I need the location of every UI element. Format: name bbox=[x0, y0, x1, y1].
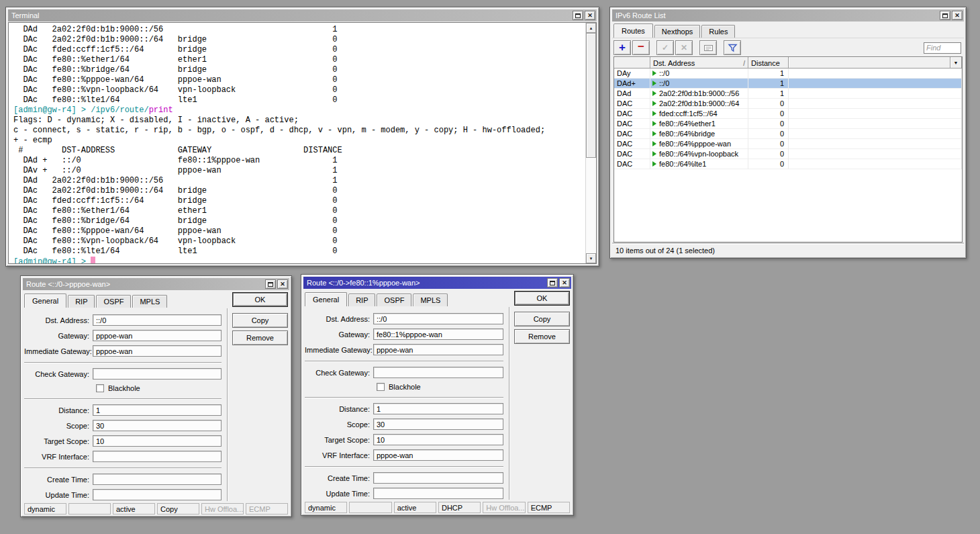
dialog-tabs: GeneralRIPOSPFMPLS bbox=[24, 292, 228, 308]
tab-nexthops[interactable]: Nexthops bbox=[654, 25, 700, 38]
create-time-field[interactable] bbox=[373, 472, 503, 484]
scroll-thumb[interactable] bbox=[586, 33, 596, 158]
remove-button[interactable]: Remove bbox=[514, 329, 570, 344]
distance-field[interactable]: 1 bbox=[93, 404, 222, 416]
target-scope-field[interactable]: 10 bbox=[373, 434, 503, 445]
find-input[interactable] bbox=[924, 42, 961, 54]
immediate-gateway-field[interactable]: pppoe-wan bbox=[373, 344, 503, 355]
filter-button[interactable] bbox=[724, 40, 741, 55]
terminal-output[interactable]: DAd 2a02:2f0d:b1b:9000::/56 1 DAc 2a02:2… bbox=[9, 23, 585, 263]
terminal-line: DAc fe80::%pppoe-wan/64 pppoe-wan 0 bbox=[13, 226, 585, 236]
close-icon: ✕ bbox=[587, 13, 593, 19]
tab-rip[interactable]: RIP bbox=[348, 294, 375, 306]
field-label: Create Time: bbox=[305, 474, 373, 482]
table-row[interactable]: DAd2a02:2f0d:b1b:9000::/561 bbox=[614, 89, 962, 99]
field-label: Immediate Gateway: bbox=[24, 347, 93, 355]
scroll-down-button[interactable]: ▼ bbox=[586, 253, 596, 263]
dialog-buttons: OKCopyRemove bbox=[509, 291, 570, 500]
field-label: Update Time: bbox=[24, 491, 93, 499]
tab-mpls[interactable]: MPLS bbox=[413, 294, 448, 306]
maximize-button[interactable] bbox=[547, 278, 558, 287]
dialog-titlebar[interactable]: Route <::/0->pppoe-wan> ✕ bbox=[23, 278, 289, 290]
maximize-button[interactable] bbox=[940, 11, 950, 20]
ok-button[interactable]: OK bbox=[514, 291, 570, 306]
close-button[interactable]: ✕ bbox=[952, 11, 963, 20]
tab-ospf[interactable]: OSPF bbox=[377, 294, 411, 306]
dst-address-field[interactable]: ::/0 bbox=[93, 314, 222, 326]
maximize-button[interactable] bbox=[265, 279, 276, 289]
maximize-button[interactable] bbox=[573, 11, 583, 20]
status-text: 10 items out of 24 (1 selected) bbox=[616, 247, 715, 255]
comment-button[interactable] bbox=[699, 40, 717, 55]
target-scope-field[interactable]: 10 bbox=[93, 435, 222, 447]
table-row[interactable]: DAd+::/01 bbox=[614, 79, 962, 89]
check-gateway-field[interactable] bbox=[93, 368, 222, 380]
add-button[interactable]: + bbox=[614, 40, 631, 55]
terminal-line: DAc fe80::%ether1/64 ether1 0 bbox=[13, 55, 585, 65]
scroll-up-button[interactable]: ▲ bbox=[586, 23, 596, 33]
table-row[interactable]: DACfe80::/64%vpn-loopback0 bbox=[614, 149, 962, 159]
immediate-gateway-field[interactable]: pppoe-wan bbox=[93, 345, 222, 357]
create-time-field[interactable] bbox=[93, 474, 222, 485]
column-header-dst-address[interactable]: Dst. Address/ bbox=[650, 57, 748, 69]
tab-general[interactable]: General bbox=[305, 292, 347, 306]
copy-button[interactable]: Copy bbox=[514, 312, 570, 326]
tab-rip[interactable]: RIP bbox=[68, 295, 95, 308]
field-label: Immediate Gateway: bbox=[305, 346, 373, 354]
close-button[interactable]: ✕ bbox=[277, 279, 288, 289]
check-gateway-field[interactable] bbox=[373, 367, 503, 378]
table-row[interactable]: DACfe80::/64%pppoe-wan0 bbox=[614, 139, 962, 149]
gateway-field[interactable]: pppoe-wan bbox=[93, 330, 222, 341]
table-row[interactable]: DAy::/01 bbox=[614, 69, 962, 79]
tab-general[interactable]: General bbox=[24, 294, 66, 308]
blackhole-row: Blackhole bbox=[96, 382, 222, 395]
terminal-titlebar[interactable]: Terminal ✕ bbox=[8, 9, 597, 21]
vrf-interface-field[interactable]: pppoe-wan bbox=[373, 449, 503, 461]
column-header-flags[interactable] bbox=[614, 57, 650, 69]
gateway-field[interactable]: fe80::1%pppoe-wan bbox=[373, 328, 503, 340]
tab-ospf[interactable]: OSPF bbox=[96, 295, 131, 308]
table-row[interactable]: DACfded:ccff:1cf5::/640 bbox=[614, 109, 962, 119]
terminal-command-path: /ipv6/route/ bbox=[91, 105, 148, 115]
blackhole-checkbox[interactable] bbox=[377, 383, 385, 391]
dst-address-field[interactable]: ::/0 bbox=[373, 313, 503, 324]
status-cell: Hw Offloa... bbox=[201, 503, 244, 515]
close-button[interactable]: ✕ bbox=[559, 278, 570, 287]
route-list-titlebar[interactable]: IPv6 Route List ✕ bbox=[612, 9, 964, 21]
table-row[interactable]: DAC2a02:2f0d:b1b:9000::/640 bbox=[614, 99, 962, 109]
terminal-client[interactable]: DAd 2a02:2f0d:b1b:9000::/56 1 DAc 2a02:2… bbox=[8, 22, 597, 264]
distance-field[interactable]: 1 bbox=[373, 403, 503, 414]
table-row[interactable]: DACfe80::/64%bridge0 bbox=[614, 129, 962, 139]
blackhole-checkbox[interactable] bbox=[96, 384, 104, 392]
table-row[interactable]: DACfe80::/64%ether10 bbox=[614, 119, 962, 129]
scroll-track[interactable] bbox=[586, 158, 596, 253]
remove-button[interactable]: Remove bbox=[232, 330, 288, 345]
terminal-scrollbar[interactable]: ▲ ▼ bbox=[585, 23, 596, 263]
enable-button[interactable]: ✓ bbox=[656, 40, 674, 55]
row-dst-address: fe80::/64%bridge bbox=[650, 129, 748, 139]
ok-button[interactable]: OK bbox=[232, 292, 288, 307]
close-icon: ✕ bbox=[280, 281, 285, 287]
remove-button[interactable]: − bbox=[632, 40, 650, 55]
table-row[interactable]: DACfe80::/64%lte10 bbox=[614, 159, 962, 169]
status-cell: ECMP bbox=[246, 503, 288, 515]
tab-rules[interactable]: Rules bbox=[701, 25, 735, 38]
scope-field[interactable]: 30 bbox=[373, 418, 503, 430]
scope-field[interactable]: 30 bbox=[93, 420, 222, 431]
tab-mpls[interactable]: MPLS bbox=[132, 295, 167, 308]
update-time-field[interactable] bbox=[373, 488, 503, 499]
field-label: Gateway: bbox=[305, 330, 373, 339]
close-icon: ✕ bbox=[562, 280, 567, 286]
close-button[interactable]: ✕ bbox=[585, 11, 595, 20]
column-header-distance[interactable]: Distance bbox=[748, 57, 789, 69]
row-dst-text: 2a02:2f0d:b1b:9000::/64 bbox=[659, 99, 739, 107]
column-select-button[interactable]: ▼ bbox=[950, 57, 962, 69]
field-label: Distance: bbox=[24, 406, 93, 414]
dialog-titlebar[interactable]: Route <::/0->fe80::1%pppoe-wan> ✕ bbox=[303, 277, 571, 289]
copy-button[interactable]: Copy bbox=[232, 313, 288, 328]
disable-button[interactable]: ✕ bbox=[675, 40, 693, 55]
vrf-interface-field[interactable] bbox=[93, 451, 222, 462]
update-time-field[interactable] bbox=[93, 489, 222, 500]
column-header-label: Dst. Address bbox=[653, 59, 695, 67]
tab-routes[interactable]: Routes bbox=[614, 24, 653, 38]
